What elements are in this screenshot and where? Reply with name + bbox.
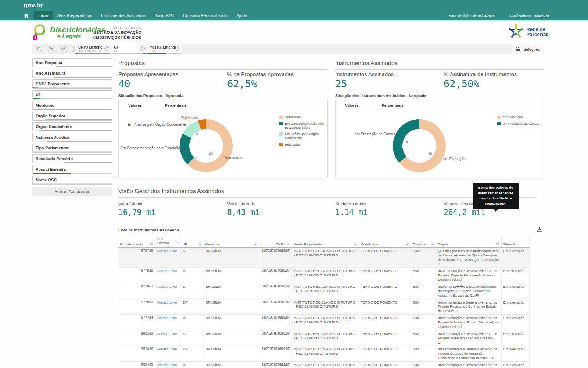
external-link[interactable]: Acesso Livre (157, 332, 177, 336)
cell-emenda[interactable]: SIM (411, 268, 436, 283)
cell-municipio[interactable]: BRASÍLIA (204, 346, 259, 362)
cell-nome-proponente[interactable]: INSTITUTO RECICLANDO O FUTURO - RECICLAN… (292, 268, 359, 283)
cell-situacao[interactable]: Em execução (501, 247, 529, 268)
sidebar-filter-resultado-primario[interactable]: Resultado Primário (32, 154, 112, 163)
sidebar-filter-orgao-superior[interactable]: Órgão Superior (32, 112, 112, 121)
sidebar-filter-municipio[interactable]: Município (32, 101, 112, 110)
cell-link-externo[interactable]: Acesso Livre (155, 247, 181, 268)
column-header-link-externo[interactable]: Link Externo▲ (155, 236, 181, 247)
cell-link-externo[interactable]: Acesso Livre (155, 268, 181, 283)
search-icon[interactable] (150, 242, 154, 247)
column-header-n-instrumento[interactable]: Nº Instrumento (118, 236, 155, 247)
legend-item-em-execucao[interactable]: em Execução (497, 115, 542, 119)
cell-cnpj[interactable]: 30719787000107 (259, 346, 292, 362)
cell-n-instrumento[interactable]: 977704 (118, 315, 155, 330)
cell-n-instrumento[interactable]: 982495 (118, 362, 155, 368)
cell-emenda[interactable]: SIM (411, 362, 436, 368)
tab-valores[interactable]: Valores (345, 103, 359, 107)
cell-uf[interactable]: DF (181, 299, 204, 315)
cell-modalidade[interactable]: TERMO DE FOMENTO (359, 247, 411, 268)
nav-item-atos-preparatorios[interactable]: Atos Preparatórios (53, 11, 97, 20)
sidebar-filter-tipo-parlamentar[interactable]: Tipo Parlamentar (32, 144, 112, 153)
cell-objeto[interactable]: Implementação e Desenvolvimento do Proje… (436, 362, 501, 368)
cell-municipio[interactable]: BRASÍLIA (204, 283, 259, 299)
legend-item-em-prestacao-de-contas[interactable]: em Prestação de Contas (497, 122, 542, 126)
additional-filters-button[interactable]: Filtros Adicionais (32, 187, 112, 196)
search-icon[interactable] (354, 242, 357, 247)
cell-objeto[interactable]: Implementação e Desenvolvimento do Proje… (436, 330, 501, 346)
cell-emenda[interactable]: SIM (411, 330, 436, 346)
cell-municipio[interactable]: BRASÍLIA (204, 268, 259, 283)
external-link[interactable]: Acesso Livre (157, 347, 177, 351)
cell-modalidade[interactable]: TERMO DE FOMENTO (359, 268, 411, 283)
filter-chip-uf[interactable]: UFDF✕ (111, 44, 146, 54)
nav-item-ajuda[interactable]: Ajuda (232, 11, 251, 20)
cell-emenda[interactable]: SIM (411, 283, 436, 299)
search-icon[interactable] (254, 242, 257, 247)
external-link[interactable]: Acesso Livre (157, 300, 177, 304)
cell-emenda[interactable]: SIM (411, 247, 436, 268)
search-icon[interactable] (176, 241, 179, 245)
tab-valores[interactable]: Valores (128, 103, 142, 107)
remove-filter-icon[interactable]: ✕ (176, 46, 180, 51)
cell-municipio[interactable]: BRASÍLIA (204, 247, 259, 268)
cell-cnpj[interactable]: 30719787000107 (259, 247, 292, 268)
cell-uf[interactable]: DF (181, 247, 204, 268)
instrumentos-donut-chart[interactable] (393, 119, 446, 172)
column-header-municipio[interactable]: Município (204, 236, 259, 247)
cell-situacao[interactable]: Em execução (501, 283, 529, 299)
search-icon[interactable] (496, 242, 500, 247)
cell-situacao[interactable]: Em execução (501, 268, 529, 283)
cell-objeto[interactable]: Implementação e Desenvolvimento do Proje… (436, 315, 501, 330)
nav-item-inicio[interactable]: Início (34, 11, 53, 20)
cell-link-externo[interactable]: Acesso Livre (155, 315, 181, 330)
smart-search-icon[interactable] (35, 45, 43, 53)
cell-link-externo[interactable]: Acesso Livre (155, 330, 181, 346)
column-header-nome-proponente[interactable]: Nome Proponente (292, 236, 359, 247)
cell-cnpj[interactable]: 30719787000107 (259, 315, 292, 330)
external-link[interactable]: Acesso Livre (157, 249, 177, 253)
govbr-logo[interactable]: gov.br (24, 2, 43, 9)
cell-situacao[interactable]: Em execução (501, 299, 529, 315)
cell-link-externo[interactable]: Acesso Livre (155, 362, 181, 368)
cell-n-instrumento[interactable]: 977030 (118, 268, 155, 283)
cell-emenda[interactable]: SIM (411, 299, 436, 315)
cell-situacao[interactable]: Em execução (501, 362, 529, 368)
cell-nome-proponente[interactable]: INSTITUTO RECICLANDO O FUTURO - RECICLAN… (292, 315, 359, 330)
cell-n-instrumento[interactable]: 982589 (118, 330, 155, 346)
cell-uf[interactable]: DF (181, 268, 204, 283)
tab-percentuais[interactable]: Percentuais (165, 103, 187, 107)
sidebar-filter-cnpj-proponente[interactable]: CNPJ Proponente (32, 79, 112, 89)
cell-uf[interactable]: DF (181, 346, 204, 362)
cell-objeto[interactable]: Implementa��o e Desenvolvimento do Proje… (436, 283, 501, 299)
cell-nome-proponente[interactable]: INSTITUTO RECICLANDO O FUTURO - RECICLAN… (292, 283, 359, 299)
cell-cnpj[interactable]: 30719787000107 (259, 283, 292, 299)
column-header-uf[interactable]: UF (181, 236, 204, 247)
column-header-situacao[interactable]: Situação (501, 236, 529, 247)
cell-municipio[interactable]: BRASÍLIA (204, 330, 259, 346)
cell-n-instrumento[interactable]: 975749 (118, 247, 155, 268)
cell-cnpj[interactable]: 30719787000107 (259, 330, 292, 346)
cell-nome-proponente[interactable]: INSTITUTO RECICLANDO O FUTURO - RECICLAN… (292, 362, 359, 368)
tab-percentuais[interactable]: Percentuais (381, 103, 404, 107)
legend-item-rejeitadas[interactable]: Rejeitadas (279, 143, 325, 147)
search-icon[interactable] (198, 242, 202, 247)
cell-link-externo[interactable]: Acesso Livre (155, 346, 181, 362)
external-link[interactable]: Acesso Livre (157, 316, 177, 320)
cell-n-instrumento[interactable]: 977682 (118, 299, 155, 315)
propostas-donut-chart[interactable] (180, 119, 233, 172)
cell-uf[interactable]: DF (181, 330, 204, 346)
external-link[interactable]: Acesso Livre (157, 284, 177, 289)
cell-modalidade[interactable]: TERMO DE FOMENTO (359, 330, 411, 346)
sidebar-filter-natureza-juridica[interactable]: Natureza Jurídica (32, 133, 112, 142)
cell-municipio[interactable]: BRASÍLIA (204, 362, 259, 368)
cell-situacao[interactable]: Em execução (501, 346, 529, 362)
legend-item-em-analise-pelo-orgao-concedente[interactable]: Em Análise pelo Órgão Concedente (279, 132, 325, 140)
sidebar-filter-uf[interactable]: UF (32, 90, 112, 99)
cell-uf[interactable]: DF (181, 283, 204, 299)
external-link[interactable]: Acesso Livre (157, 269, 177, 273)
cell-modalidade[interactable]: TERMO DE FOMENTO (359, 299, 411, 315)
cell-modalidade[interactable]: TERMO DE FOMENTO (359, 283, 411, 299)
cell-nome-proponente[interactable]: INSTITUTO RECICLANDO O FUTURO - RECICLAN… (292, 299, 359, 315)
remove-filter-icon[interactable]: ✕ (140, 46, 145, 51)
